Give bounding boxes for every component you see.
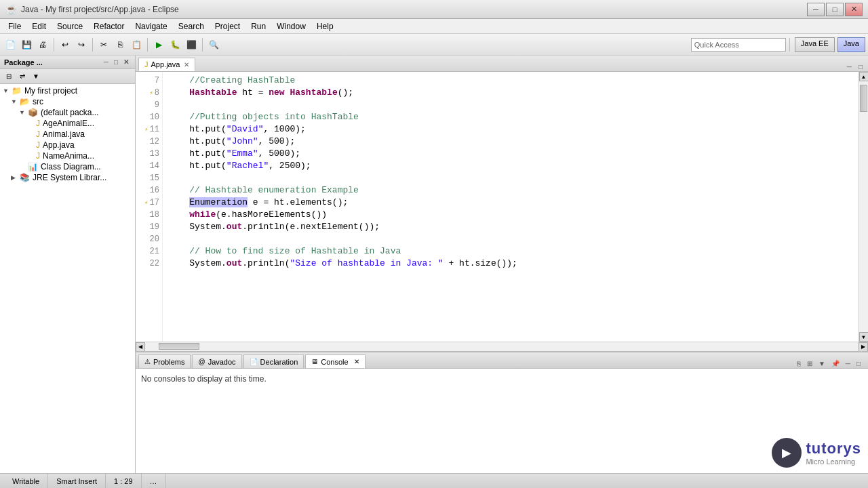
pe-minimize[interactable]: ─ xyxy=(102,58,111,66)
tree-file-app[interactable]: J App.java xyxy=(0,140,135,150)
code-line-21: // How to find size of Hashtable in Java xyxy=(168,245,853,258)
toolbar-save[interactable]: 💾 xyxy=(19,37,34,52)
file-name-label: NameAnima... xyxy=(43,151,94,161)
toolbar-new[interactable]: 📄 xyxy=(3,37,18,52)
toolbar-print[interactable]: 🖨 xyxy=(35,37,50,52)
code-line-11: ht.put("David", 1000); xyxy=(168,123,853,136)
toolbar-run[interactable]: ▶ xyxy=(151,37,166,52)
code-line-8: Hashtable ht = new Hashtable(); xyxy=(168,87,853,99)
pe-maximize[interactable]: □ xyxy=(112,58,120,66)
toolbar-copy[interactable]: ⎘ xyxy=(113,37,127,52)
pe-link-editor[interactable]: ⇌ xyxy=(16,70,28,83)
toolbar-sep-3 xyxy=(147,38,148,52)
menu-source[interactable]: Source xyxy=(52,20,88,33)
toolbar-search[interactable]: 🔍 xyxy=(206,37,221,52)
console-message: No consoles to display at this time. xyxy=(141,374,267,384)
problems-icon: ⚠ xyxy=(144,358,151,365)
menu-file[interactable]: File xyxy=(3,20,26,33)
pe-collapse-all[interactable]: ⊟ xyxy=(3,70,15,83)
tab-declaration-label: Declaration xyxy=(260,358,298,366)
console-close[interactable]: ✕ xyxy=(354,358,359,365)
tab-problems[interactable]: ⚠ Problems xyxy=(138,354,191,368)
tree-diagram[interactable]: 📊 Class Diagram... xyxy=(0,161,135,172)
bp-max-btn[interactable]: □ xyxy=(854,359,863,368)
bp-copy-btn[interactable]: ⎘ xyxy=(795,359,803,368)
tree-project[interactable]: ▼ 📁 My first project xyxy=(0,85,135,96)
scroll-thumb-v[interactable] xyxy=(860,85,867,112)
toolbar-undo[interactable]: ↩ xyxy=(58,37,73,52)
tree-file-animal[interactable]: J Animal.java xyxy=(0,129,135,140)
h-scroll-left-btn[interactable]: ◀ xyxy=(136,342,145,352)
editor-max-btn[interactable]: □ xyxy=(856,62,865,71)
line-12: 12 xyxy=(136,136,162,148)
bp-layout-btn[interactable]: ⊞ xyxy=(805,359,814,368)
h-scroll-right-btn[interactable]: ▶ xyxy=(859,342,868,352)
menu-refactor[interactable]: Refactor xyxy=(88,20,130,33)
toolbar-debug[interactable]: 🐛 xyxy=(167,37,182,52)
perspective-javaee[interactable]: Java EE xyxy=(795,37,835,52)
close-button[interactable]: ✕ xyxy=(845,3,863,16)
bottom-tabs: ⚠ Problems @ Javadoc 📄 Declaration 🖥 Con… xyxy=(136,352,868,369)
declaration-icon: 📄 xyxy=(250,358,258,365)
editor-tab-app[interactable]: J App.java ✕ xyxy=(138,58,195,71)
java-icon-animal: J xyxy=(36,129,40,139)
editor-min-btn[interactable]: ─ xyxy=(844,62,854,71)
h-scrollbar[interactable]: ◀ ▶ xyxy=(136,342,868,351)
file-animal-label: Animal.java xyxy=(43,129,85,139)
line-20: 20 xyxy=(136,233,162,245)
code-line-19: System.out.println(e.nextElement()); xyxy=(168,221,853,233)
diagram-label: Class Diagram... xyxy=(41,162,101,171)
tab-declaration[interactable]: 📄 Declaration xyxy=(243,354,304,368)
editor-tab-controls: ─ □ xyxy=(844,62,865,71)
marker-8: ⚡ xyxy=(149,89,153,97)
maximize-button[interactable]: □ xyxy=(826,3,844,16)
tree-src[interactable]: ▼ 📂 src xyxy=(0,96,135,107)
toolbar-stop[interactable]: ⬛ xyxy=(184,37,199,52)
tab-javadoc[interactable]: @ Javadoc xyxy=(192,354,241,368)
scroll-up-btn[interactable]: ▲ xyxy=(859,72,869,81)
quick-access-input[interactable]: Quick Access xyxy=(691,38,786,52)
toolbar-paste[interactable]: 📋 xyxy=(129,37,144,52)
title-bar: ☕ Java - My first project/src/App.java -… xyxy=(0,0,868,19)
toolbar-redo[interactable]: ↪ xyxy=(74,37,89,52)
java-icon-name: J xyxy=(36,151,40,161)
tree-file-age[interactable]: J AgeAnimalE... xyxy=(0,118,135,129)
line-8: ⚡8 xyxy=(136,87,162,99)
menu-run[interactable]: Run xyxy=(245,20,271,33)
writable-label: Writable xyxy=(12,477,39,485)
h-scroll-track[interactable] xyxy=(145,342,859,351)
editor-scrollbar-v[interactable]: ▲ ▼ xyxy=(859,72,868,342)
tab-close[interactable]: ✕ xyxy=(184,61,189,68)
bp-pin-btn[interactable]: 📌 xyxy=(829,359,842,368)
minimize-button[interactable]: ─ xyxy=(807,3,825,16)
tree-arrow-src: ▼ xyxy=(11,98,18,105)
pe-close[interactable]: ✕ xyxy=(121,58,131,66)
package-explorer: Package ... ─ □ ✕ ⊟ ⇌ ▼ ▼ 📁 My first pro… xyxy=(0,56,136,473)
code-area[interactable]: //Creating HashTable Hashtable ht = new … xyxy=(163,72,859,342)
pe-menu[interactable]: ▼ xyxy=(30,70,42,83)
line-9: 9 xyxy=(136,99,162,111)
tree-default-pkg[interactable]: ▼ 📦 (default packa... xyxy=(0,107,135,118)
menu-window[interactable]: Window xyxy=(271,20,311,33)
menu-help[interactable]: Help xyxy=(311,20,339,33)
javadoc-icon: @ xyxy=(198,358,205,365)
tree-jre[interactable]: ▶ 📚 JRE System Librar... xyxy=(0,172,135,183)
tree-arrow-pkg: ▼ xyxy=(19,109,26,116)
tab-console[interactable]: 🖥 Console ✕ xyxy=(305,354,365,368)
h-scroll-thumb[interactable] xyxy=(159,343,199,350)
menu-edit[interactable]: Edit xyxy=(26,20,52,33)
menu-project[interactable]: Project xyxy=(210,20,245,33)
menu-navigate[interactable]: Navigate xyxy=(130,20,172,33)
menu-search[interactable]: Search xyxy=(173,20,210,33)
tree-file-name[interactable]: J NameAnima... xyxy=(0,150,135,161)
main-layout: Package ... ─ □ ✕ ⊟ ⇌ ▼ ▼ 📁 My first pro… xyxy=(0,56,868,473)
perspective-java[interactable]: Java xyxy=(837,37,865,52)
toolbar-cut[interactable]: ✂ xyxy=(96,37,111,52)
status-extra: … xyxy=(142,474,166,488)
bp-dropdown-btn[interactable]: ▼ xyxy=(816,359,827,368)
line-11: ⚡11 xyxy=(136,123,162,136)
bp-min-btn[interactable]: ─ xyxy=(844,359,852,368)
scroll-track-v[interactable] xyxy=(859,81,868,332)
editor-content[interactable]: 7 ⚡8 9 10 ⚡11 12 13 14 15 16 ⚡17 18 19 2… xyxy=(136,72,868,342)
scroll-down-btn[interactable]: ▼ xyxy=(859,332,869,342)
